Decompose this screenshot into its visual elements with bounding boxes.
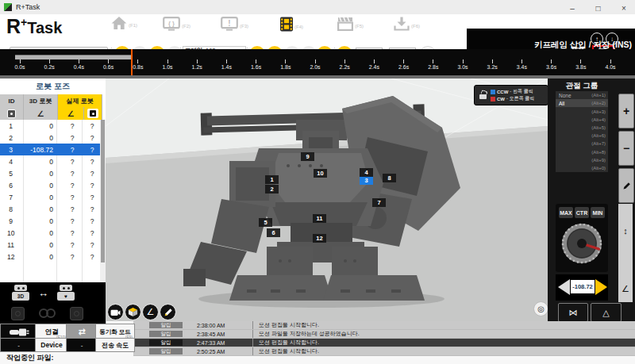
timeline-tick: 1.6s [244,59,268,70]
rotate-ccw-button[interactable] [558,279,570,295]
log-row[interactable]: 알림2:38:00 AM모션 편집을 시작합니다. [133,321,635,330]
joint-group-item[interactable]: (Alt+6) [556,132,608,140]
pose-row[interactable]: 60?? [0,179,100,191]
pose-cell: 0 [21,158,60,166]
max-button[interactable]: MAX [559,207,573,218]
joint-label[interactable]: 4 [360,168,373,177]
robot-3d-render [106,79,548,321]
pose-cell: ? [84,170,100,178]
nav-motion-button[interactable]: (F4) [280,17,303,32]
timeline-ruler[interactable]: 0.0s0.2s0.4s0.6s0.8s1.0s1.2s1.4s1.6s1.8s… [0,49,635,75]
joint-label[interactable]: 10 [314,169,327,178]
joint-label[interactable]: 12 [313,234,326,243]
pose-cell: ? [60,170,84,178]
pose-cell: ? [84,241,100,249]
pose-cell: ? [84,146,100,154]
angle-dial[interactable] [560,222,603,265]
rotate-cw-button[interactable] [595,279,607,295]
pose-row[interactable]: 50?? [0,167,100,179]
camera-reset-button[interactable]: ◎ [533,301,548,316]
pose-row[interactable]: 100?? [0,227,100,239]
nav-home-button[interactable]: (F1) [111,17,137,30]
log-row[interactable]: 알림2:47:33 AM모션 편집을 시작합니다. [133,339,635,347]
joint-group-item[interactable]: All(Alt+2) [556,99,608,107]
nav-download-button[interactable]: (F6) [394,17,420,31]
log-row[interactable]: 알림2:38:45 AM모션 파일을 저장하는데 성공하였습니다. [133,330,635,339]
scrollbar-thumb[interactable] [101,120,105,262]
minimize-button[interactable]: – [561,2,583,15]
pose-row[interactable]: 3-108.72?? [0,144,100,155]
nav-scene-button[interactable]: (F5) [337,17,364,31]
download-icon [394,17,410,31]
angle-value-field[interactable]: -108.72 [571,280,595,293]
film-icon [280,17,293,32]
angle-display-button[interactable]: ∠ [142,304,159,320]
joint-group-item[interactable]: (Alt+7) [556,140,608,148]
ctr-button[interactable]: CTR [575,207,589,218]
joint-label[interactable]: 1 [265,175,279,184]
pose-row[interactable]: 80?? [0,203,100,215]
cw-desc: - 오른쪽 클릭 [506,95,534,102]
min-button[interactable]: MIN [591,207,605,218]
remove-group-button[interactable]: − [618,131,634,166]
close-button[interactable]: × [613,2,635,15]
joint-group-item[interactable]: (Alt+8) [556,148,608,155]
joint-label[interactable]: 3 [360,176,373,185]
pose-cell: 12 [0,253,21,261]
pose-row[interactable]: 20?? [0,132,100,144]
capture-button[interactable] [107,304,124,320]
window-title: R+Task [16,3,40,11]
pose-cell: 0 [21,134,60,142]
joint-group-item[interactable]: None(Alt+1) [556,91,608,99]
pose-row[interactable]: 10?? [0,120,100,132]
viewport-3d[interactable]: CCW- 왼쪽 클릭 CW- 오른쪽 클릭 ∠ ◎ 12345678910111… [106,79,548,321]
pose-cell: ? [60,229,84,237]
joint-group-item[interactable]: (Alt+4) [556,116,608,124]
timeline-tick: 2.2s [333,59,356,70]
torque-toggle[interactable] [84,107,102,120]
add-group-button[interactable]: + [618,94,634,128]
updown-drag-icon[interactable]: ↕ [623,226,628,236]
joint-group-item[interactable]: (Alt+0) [556,164,608,172]
pose-row[interactable]: 90?? [0,215,100,227]
joint-label[interactable]: 6 [267,228,280,237]
col-real-robot: 실제 로봇 [58,94,102,107]
fkey-label: (F2) [182,24,190,29]
maximize-button[interactable]: □ [587,2,610,15]
joint-group-list: None(Alt+1)All(Alt+2)(Alt+3)(Alt+4)(Alt+… [556,91,608,172]
pose-cell: 0 [21,182,60,190]
pose-row[interactable]: 70?? [0,191,100,203]
log-row[interactable]: 알림2:50:25 AM모션 편집을 시작합니다. [133,347,635,356]
timeline-tick: 2.6s [392,59,416,70]
mirror-pose-button[interactable]: ⋈ [558,303,588,322]
joint-label[interactable]: 2 [265,185,279,193]
pose-row[interactable]: 110?? [0,239,100,251]
joint-group-item[interactable]: (Alt+5) [556,124,608,132]
joint-group-item[interactable]: (Alt+9) [556,156,608,164]
joint-label[interactable]: 8 [383,174,396,182]
pose-cell: 9 [0,217,21,225]
unlock-icon [479,90,488,100]
pose-cell: 8 [0,205,21,213]
joint-label[interactable]: 7 [372,198,386,207]
cw-label: CW [497,97,505,102]
edit-group-button[interactable] [618,168,634,203]
pose-row[interactable]: 120?? [0,251,100,262]
view-3d-button[interactable] [125,304,141,320]
pose-cell: ? [60,158,84,166]
joint-label[interactable]: 5 [259,218,272,227]
nav-alert-button[interactable]: ! (F3) [221,17,248,31]
limit-warning-button[interactable]: △ [591,303,622,322]
joint-label[interactable]: 11 [313,214,326,223]
pose-table-subheader: ∠ ∠ [0,107,106,120]
timeline-tick: 3.8s [569,59,593,70]
nav-code-button[interactable]: { } (F2) [163,17,190,31]
joint-group-item[interactable]: (Alt+3) [556,107,608,115]
logo-r: R [6,15,21,37]
ccw-label: CCW [497,90,508,94]
pose-row[interactable]: 40?? [0,155,100,167]
pose-cell: 11 [0,241,21,249]
logo-task: Task [27,19,62,36]
edit-pose-button[interactable] [160,304,176,320]
joint-label[interactable]: 9 [301,152,314,161]
